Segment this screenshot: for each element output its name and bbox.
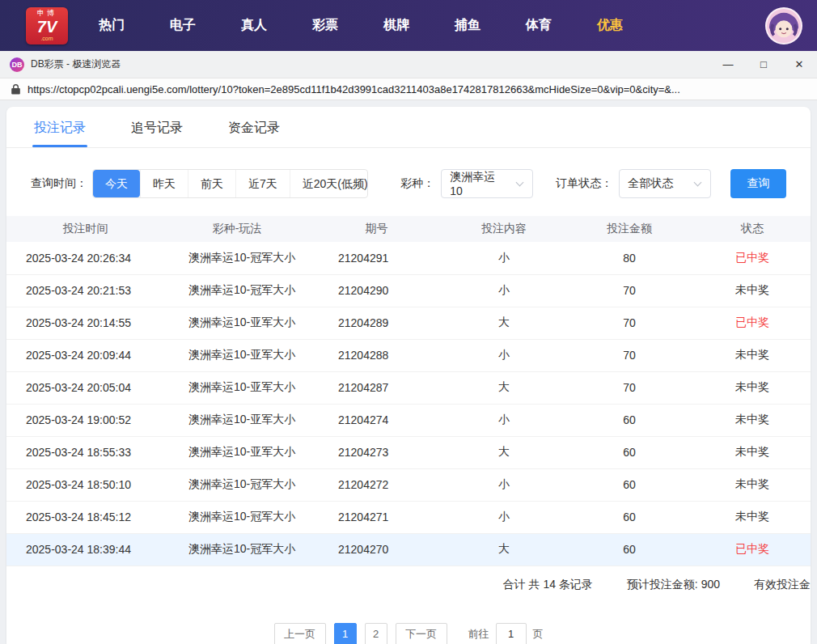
site-logo[interactable]: 申博 7V .com xyxy=(26,7,68,44)
summary-expected-amount: 预计投注金额: 900 xyxy=(627,578,720,592)
nav-item-live[interactable]: 真人 xyxy=(241,17,267,34)
tab-bet-records[interactable]: 投注记录 xyxy=(32,107,87,147)
cell-lottery-play: 澳洲幸运10-亚军大小 xyxy=(164,371,310,404)
cell-issue: 21204271 xyxy=(310,501,443,533)
cell-lottery-play: 澳洲幸运10-冠军大小 xyxy=(164,274,310,307)
cell-issue: 21204291 xyxy=(310,242,443,274)
order-status-value: 全部状态 xyxy=(628,176,673,191)
top-navbar: 申博 7V .com 热门 电子 真人 彩票 棋牌 捕鱼 体育 优惠 xyxy=(0,0,817,51)
nav-item-hot[interactable]: 热门 xyxy=(99,17,125,34)
cell-bet-time: 2025-03-24 20:05:04 xyxy=(6,371,164,404)
goto-page-input[interactable] xyxy=(496,623,527,644)
cell-bet-content: 大 xyxy=(443,533,565,566)
cell-lottery-play: 澳洲幸运10-冠军大小 xyxy=(164,468,310,501)
time-filter-group: 今天 昨天 前天 近7天 近20天(低频) xyxy=(92,169,368,198)
close-button[interactable]: ✕ xyxy=(781,51,817,78)
cell-status: 未中奖 xyxy=(694,468,811,501)
cell-status: 已中奖 xyxy=(694,307,811,339)
table-row: 2025-03-24 20:21:53澳洲幸运10-冠军大小21204290小7… xyxy=(6,274,811,307)
table-row: 2025-03-24 20:05:04澳洲幸运10-亚军大小21204287大7… xyxy=(6,371,811,404)
lock-icon[interactable] xyxy=(11,84,20,95)
chevron-down-icon xyxy=(694,179,702,187)
nav-item-lottery[interactable]: 彩票 xyxy=(312,17,338,34)
site-logo-top-text: 申博 xyxy=(37,10,57,17)
cell-status: 未中奖 xyxy=(694,404,811,436)
page-content: 投注记录 追号记录 资金记录 查询时间： 今天 昨天 前天 近7天 近20天(低… xyxy=(0,100,817,644)
user-avatar[interactable] xyxy=(765,7,802,44)
filter-last-20-days[interactable]: 近20天(低频) xyxy=(290,170,368,197)
header-bet-amount: 投注金额 xyxy=(565,216,694,242)
cell-issue: 21204287 xyxy=(310,371,443,404)
cell-issue: 21204274 xyxy=(310,404,443,436)
table-row: 2025-03-24 18:45:12澳洲幸运10-冠军大小21204271小6… xyxy=(6,501,811,533)
cell-status: 未中奖 xyxy=(694,339,811,371)
bet-table-body: 2025-03-24 20:26:34澳洲幸运10-冠军大小21204291小8… xyxy=(6,242,811,566)
cell-bet-content: 小 xyxy=(443,468,565,501)
cell-status: 未中奖 xyxy=(694,501,811,533)
window-controls: — □ ✕ xyxy=(710,51,817,78)
nav-item-sports[interactable]: 体育 xyxy=(526,17,552,34)
lottery-filter-label: 彩种： xyxy=(400,176,434,191)
maximize-button[interactable]: □ xyxy=(746,51,781,78)
browser-tab-icon: DB xyxy=(10,57,24,72)
cell-bet-amount: 80 xyxy=(565,242,694,274)
table-row: 2025-03-24 18:39:44澳洲幸运10-冠军大小21204270大6… xyxy=(6,533,811,566)
cell-issue: 21204273 xyxy=(310,436,443,468)
window-title: DB彩票 - 极速浏览器 xyxy=(31,57,121,71)
chevron-down-icon xyxy=(516,179,524,187)
cell-issue: 21204288 xyxy=(310,339,443,371)
next-page-button[interactable]: 下一页 xyxy=(396,623,447,644)
summary-bar: 合计 共 14 条记录 预计投注金额: 900 有效投注金额 xyxy=(6,566,811,604)
filter-yesterday[interactable]: 昨天 xyxy=(140,170,188,197)
cell-bet-content: 小 xyxy=(443,242,565,274)
page-button-2[interactable]: 2 xyxy=(365,623,387,644)
filter-bar: 查询时间： 今天 昨天 前天 近7天 近20天(低频) 彩种： 澳洲幸运10 订… xyxy=(6,148,811,216)
browser-titlebar: DB DB彩票 - 极速浏览器 — □ ✕ xyxy=(0,51,817,78)
cell-bet-amount: 60 xyxy=(565,501,694,533)
cell-lottery-play: 澳洲幸运10-冠军大小 xyxy=(164,533,310,566)
filter-day-before[interactable]: 前天 xyxy=(188,170,235,197)
filter-last-7-days[interactable]: 近7天 xyxy=(235,170,290,197)
header-issue: 期号 xyxy=(310,216,443,242)
cell-bet-amount: 70 xyxy=(565,274,694,307)
cell-bet-amount: 70 xyxy=(565,307,694,339)
cell-lottery-play: 澳洲幸运10-冠军大小 xyxy=(164,242,310,274)
nav-item-slots[interactable]: 电子 xyxy=(170,17,196,34)
prev-page-button[interactable]: 上一页 xyxy=(274,623,326,644)
time-filter-label: 查询时间： xyxy=(31,176,87,191)
cell-bet-time: 2025-03-24 20:09:44 xyxy=(6,339,164,371)
summary-valid-amount: 有效投注金额 xyxy=(754,578,811,592)
pagination: 上一页 1 2 下一页 前往 页 xyxy=(6,623,811,644)
browser-urlbar[interactable]: https://ctopcp02pcali.uengi5e.com/lotter… xyxy=(0,78,817,100)
nav-item-promotions[interactable]: 优惠 xyxy=(597,17,623,34)
table-row: 2025-03-24 18:55:33澳洲幸运10-亚军大小21204273大6… xyxy=(6,436,811,468)
tab-chase-records[interactable]: 追号记录 xyxy=(129,107,184,147)
filter-today[interactable]: 今天 xyxy=(93,170,140,197)
site-logo-sub-text: .com xyxy=(40,36,53,41)
cell-status: 未中奖 xyxy=(694,436,811,468)
summary-total-records: 合计 共 14 条记录 xyxy=(503,578,593,592)
cell-bet-amount: 60 xyxy=(565,533,694,566)
cell-bet-content: 大 xyxy=(443,436,565,468)
nav-item-fishing[interactable]: 捕鱼 xyxy=(455,17,480,34)
cell-lottery-play: 澳洲幸运10-亚军大小 xyxy=(164,404,310,436)
cell-bet-content: 小 xyxy=(443,339,565,371)
cell-lottery-play: 澳洲幸运10-亚军大小 xyxy=(164,436,310,468)
cell-bet-time: 2025-03-24 18:39:44 xyxy=(6,533,164,566)
lottery-select[interactable]: 澳洲幸运10 xyxy=(441,169,533,198)
cell-lottery-play: 澳洲幸运10-亚军大小 xyxy=(164,307,310,339)
nav-item-board-games[interactable]: 棋牌 xyxy=(383,17,409,34)
tab-fund-records[interactable]: 资金记录 xyxy=(226,107,282,147)
cell-bet-amount: 70 xyxy=(565,371,694,404)
cell-bet-content: 小 xyxy=(443,274,565,307)
minimize-button[interactable]: — xyxy=(710,51,746,78)
cell-bet-amount: 60 xyxy=(565,468,694,501)
cell-bet-time: 2025-03-24 18:45:12 xyxy=(6,501,164,533)
cell-lottery-play: 澳洲幸运10-亚军大小 xyxy=(164,339,310,371)
order-status-select[interactable]: 全部状态 xyxy=(619,169,711,198)
search-button[interactable]: 查询 xyxy=(730,169,786,198)
page-button-1[interactable]: 1 xyxy=(334,623,357,644)
cell-bet-content: 大 xyxy=(443,307,565,339)
cell-bet-content: 小 xyxy=(443,404,565,436)
goto-label: 前往 xyxy=(468,627,489,642)
